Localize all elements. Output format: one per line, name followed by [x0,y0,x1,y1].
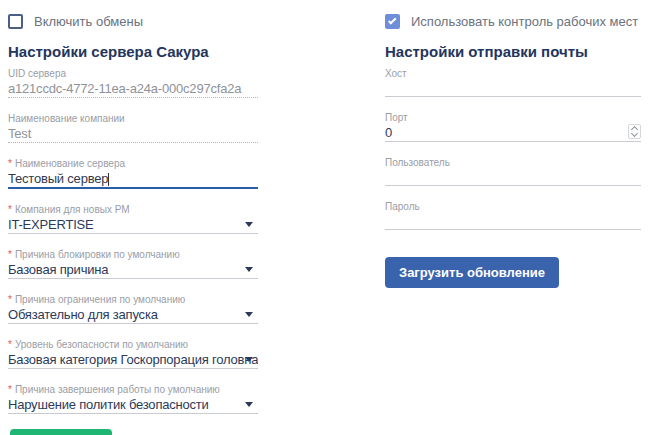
default-block-reason-label: Причина блокировки по умолчанию [15,249,180,260]
workplace-control-label: Использовать контроль рабочих мест [411,14,638,29]
field-port: Порт 0 [385,112,641,142]
workplace-control-checkbox-row[interactable]: Использовать контроль рабочих мест [385,13,641,29]
server-name-input[interactable]: Тестовый сервер [8,170,258,189]
default-shutdown-reason-label: Причина завершения работы по умолчанию [15,384,220,395]
field-user: Пользователь [385,157,641,186]
field-default-security-level: *Уровень безопасности по умолчанию Базов… [8,339,258,369]
default-shutdown-reason-select[interactable]: Нарушение политик безопасности [8,396,258,414]
server-name-label: Наименование сервера [15,158,125,169]
new-workplace-company-select[interactable]: IT-EXPERTISE [8,216,258,234]
settings-page: Включить обмены Настройки сервера Сакура… [0,0,650,435]
port-input[interactable]: 0 [385,124,641,142]
sakura-server-settings-panel: Включить обмены Настройки сервера Сакура… [8,13,258,435]
chevron-down-icon [245,267,253,272]
text-cursor [108,173,109,186]
spinner-down-icon[interactable] [631,130,638,137]
enable-exchanges-checkbox-row[interactable]: Включить обмены [8,13,258,29]
field-host: Хост [385,68,641,97]
chevron-down-icon [245,357,253,362]
checkbox-checked-icon[interactable] [385,14,400,29]
field-default-block-reason: *Причина блокировки по умолчанию Базовая… [8,249,258,279]
password-label: Пароль [385,201,420,212]
field-password: Пароль [385,201,641,230]
required-asterisk: * [8,339,12,350]
default-restriction-reason-select[interactable]: Обязательно для запуска [8,306,258,324]
chevron-down-icon [245,402,253,407]
required-asterisk: * [8,204,12,215]
required-asterisk: * [8,249,12,260]
host-label: Хост [385,68,407,79]
default-security-level-label: Уровень безопасности по умолчанию [15,339,188,350]
mail-settings-heading: Настройки отправки почты [385,43,641,60]
default-security-level-select[interactable]: Базовая категория Госкорпорация головная… [8,351,258,369]
default-block-reason-select[interactable]: Базовая причина [8,261,258,279]
server-uid-label: UID сервера [8,68,66,79]
field-default-shutdown-reason: *Причина завершения работы по умолчанию … [8,384,258,414]
sakura-server-settings-heading: Настройки сервера Сакура [8,43,258,60]
number-spinner[interactable] [628,124,641,139]
new-workplace-company-label: Компания для новых РМ [15,204,130,215]
chevron-down-icon [245,222,253,227]
checkbox-unchecked-icon[interactable] [8,14,23,29]
field-server-uid: UID сервера a121ccdc-4772-11ea-a24a-000c… [8,68,258,98]
field-default-restriction-reason: *Причина ограничения по умолчанию Обязат… [8,294,258,324]
field-company-name: Наименование компании Test [8,113,258,143]
required-asterisk: * [8,294,12,305]
save-button[interactable]: Сохранить [10,429,112,435]
user-input[interactable] [385,169,641,186]
default-restriction-reason-label: Причина ограничения по умолчанию [15,294,185,305]
password-input[interactable] [385,213,641,230]
company-name-value: Test [8,125,258,143]
field-server-name: *Наименование сервера Тестовый сервер [8,158,258,189]
enable-exchanges-label: Включить обмены [34,14,143,29]
port-label: Порт [385,112,408,123]
server-uid-value: a121ccdc-4772-11ea-a24a-000c297cfa2a [8,80,258,98]
load-update-button[interactable]: Загрузить обновление [385,257,559,288]
host-input[interactable] [385,80,641,97]
checkmark-icon [388,16,396,24]
chevron-down-icon [245,312,253,317]
company-name-label: Наименование компании [8,113,125,124]
mail-settings-panel: Использовать контроль рабочих мест Настр… [385,13,641,288]
user-label: Пользователь [385,157,450,168]
field-new-workplace-company: *Компания для новых РМ IT-EXPERTISE [8,204,258,234]
required-asterisk: * [8,158,12,169]
required-asterisk: * [8,384,12,395]
